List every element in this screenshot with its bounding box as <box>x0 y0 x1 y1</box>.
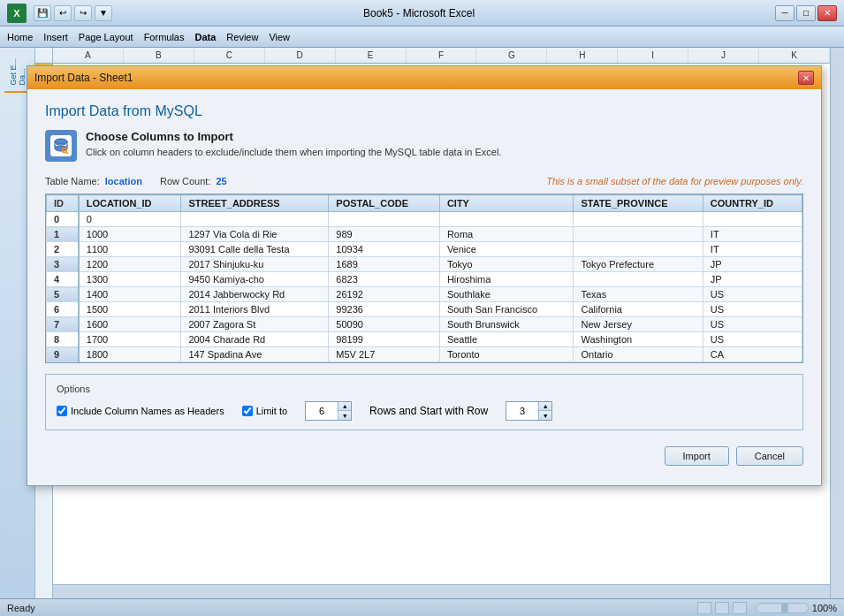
limit-down-arrow[interactable]: ▼ <box>338 411 351 420</box>
table-cell: JP <box>703 257 802 272</box>
undo-quick-btn[interactable]: ↩ <box>54 5 72 21</box>
col-header-state[interactable]: STATE_PROVINCE <box>574 195 703 212</box>
table-cell: Washington <box>574 332 703 347</box>
start-row-arrows: ▲ ▼ <box>538 402 551 420</box>
table-cell: 26192 <box>329 287 440 302</box>
col-header-city[interactable]: CITY <box>439 195 574 212</box>
table-cell: Tokyo Prefecture <box>574 257 703 272</box>
close-window-btn[interactable]: ✕ <box>817 5 837 21</box>
data-table-container[interactable]: ID LOCATION_ID STREET_ADDRESS POSTAL_COD… <box>45 194 803 363</box>
svg-line-3 <box>66 152 68 154</box>
dialog-title: Import Data - Sheet1 <box>34 72 133 84</box>
dialog-title-bar: Import Data - Sheet1 ✕ <box>27 66 821 89</box>
table-cell <box>574 242 703 257</box>
tab-formulas[interactable]: Formulas <box>144 32 185 42</box>
zoom-level: 100% <box>812 603 837 613</box>
desc-text: Click on column headers to exclude/inclu… <box>86 146 501 159</box>
tab-insert[interactable]: Insert <box>43 32 68 42</box>
table-cell <box>574 212 703 227</box>
limit-to-input[interactable] <box>306 402 338 420</box>
table-cell: Toronto <box>439 347 574 362</box>
table-cell: South San Francisco <box>439 302 574 317</box>
include-headers-checkbox[interactable] <box>57 406 67 416</box>
col-header-location-id[interactable]: LOCATION_ID <box>79 195 181 212</box>
import-desc-text: Choose Columns to Import Click on column… <box>86 130 501 159</box>
redo-quick-btn[interactable]: ↪ <box>74 5 92 21</box>
table-cell: 1500 <box>79 302 181 317</box>
dialog-close-btn[interactable]: ✕ <box>798 71 814 85</box>
table-cell: Roma <box>439 227 574 242</box>
table-cell: 4 <box>47 272 79 287</box>
table-row: 00 <box>47 212 802 227</box>
table-cell: New Jersey <box>574 317 703 332</box>
limit-up-arrow[interactable]: ▲ <box>338 402 351 411</box>
table-cell: 8 <box>47 332 79 347</box>
table-cell: 1689 <box>329 257 440 272</box>
table-cell: 1300 <box>79 272 181 287</box>
dialog-body: Import Data from MySQL <box>27 89 821 485</box>
start-row-input[interactable] <box>506 402 538 420</box>
table-cell: 9 <box>47 347 79 362</box>
tab-data[interactable]: Data <box>194 32 216 42</box>
limit-to-checkbox[interactable] <box>242 406 253 416</box>
table-cell: 1000 <box>79 227 181 242</box>
table-cell <box>574 272 703 287</box>
tab-view[interactable]: View <box>269 32 290 42</box>
table-cell: 98199 <box>329 332 440 347</box>
options-title: Options <box>57 384 792 394</box>
limit-to-spinbox[interactable]: ▲ ▼ <box>305 401 352 421</box>
table-name-label: Table Name: <box>45 176 100 186</box>
tab-home[interactable]: Home <box>7 32 33 42</box>
zoom-slider[interactable] <box>756 603 809 613</box>
include-headers-group: Include Column Names as Headers <box>57 406 224 416</box>
options-row: Include Column Names as Headers Limit to… <box>57 401 792 421</box>
table-cell: 1200 <box>79 257 181 272</box>
minimize-btn[interactable]: ─ <box>775 5 795 21</box>
maximize-btn[interactable]: □ <box>796 5 816 21</box>
table-cell: US <box>703 302 802 317</box>
normal-view-btn[interactable] <box>697 602 711 614</box>
cancel-button[interactable]: Cancel <box>736 446 803 466</box>
import-icon <box>45 130 77 162</box>
table-row: 817002004 Charade Rd98199SeattleWashingt… <box>47 332 802 347</box>
start-row-spinbox[interactable]: ▲ ▼ <box>506 401 552 421</box>
table-info: Table Name: location Row Count: 25 This … <box>45 176 803 186</box>
page-break-view-btn[interactable] <box>733 602 747 614</box>
table-cell: 0 <box>47 212 79 227</box>
table-cell: 2014 Jabberwocky Rd <box>181 287 329 302</box>
col-header-country[interactable]: COUNTRY_ID <box>703 195 802 212</box>
table-cell: 989 <box>329 227 440 242</box>
include-headers-label[interactable]: Include Column Names as Headers <box>71 406 224 416</box>
tab-review[interactable]: Review <box>226 32 258 42</box>
table-cell: CA <box>703 347 802 362</box>
options-section: Options Include Column Names as Headers … <box>45 374 803 430</box>
table-cell <box>703 212 802 227</box>
page-layout-view-btn[interactable] <box>715 602 729 614</box>
limit-to-group: Limit to <box>242 406 287 416</box>
table-cell: 2007 Zagora St <box>181 317 329 332</box>
table-row: 716002007 Zagora St50090South BrunswickN… <box>47 317 802 332</box>
status-bar: Ready 100% <box>0 598 844 616</box>
table-cell: 1800 <box>79 347 181 362</box>
col-header-postal[interactable]: POSTAL_CODE <box>329 195 440 212</box>
table-cell: 2017 Shinjuku-ku <box>181 257 329 272</box>
tab-page-layout[interactable]: Page Layout <box>79 32 133 42</box>
table-cell: 2 <box>47 242 79 257</box>
import-icon-inner <box>50 135 72 156</box>
table-cell: US <box>703 332 802 347</box>
view-buttons <box>697 602 747 614</box>
import-heading: Import Data from MySQL <box>45 103 803 119</box>
table-cell <box>329 212 440 227</box>
limit-to-label[interactable]: Limit to <box>256 406 287 416</box>
table-cell: Tokyo <box>439 257 574 272</box>
save-quick-btn[interactable]: 💾 <box>34 5 51 21</box>
start-row-up-arrow[interactable]: ▲ <box>539 402 551 411</box>
customize-quick-btn[interactable]: ▼ <box>95 5 112 21</box>
col-header-street[interactable]: STREET_ADDRESS <box>181 195 329 212</box>
table-row: 91800147 Spadina AveM5V 2L7TorontoOntari… <box>47 347 802 362</box>
col-header-id[interactable]: ID <box>47 195 79 212</box>
import-button[interactable]: Import <box>665 446 729 466</box>
table-cell: 3 <box>47 257 79 272</box>
start-row-down-arrow[interactable]: ▼ <box>539 411 551 420</box>
table-cell: Ontario <box>574 347 703 362</box>
